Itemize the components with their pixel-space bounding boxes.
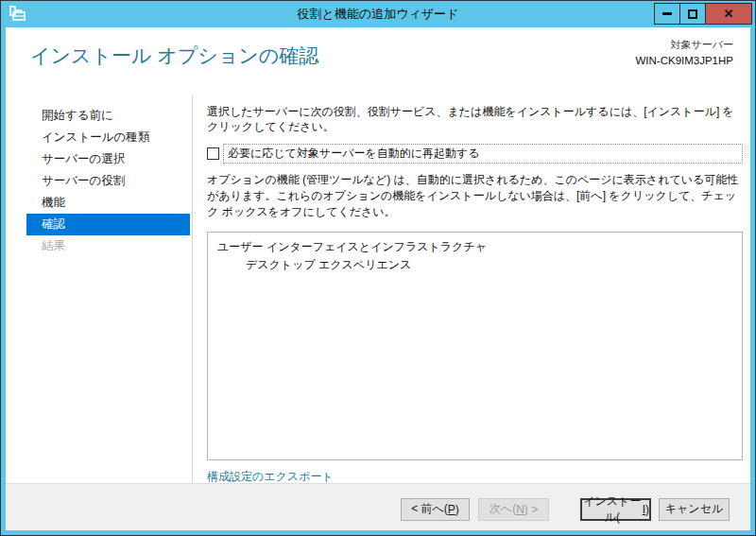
back-button-mnemonic: P bbox=[448, 503, 455, 516]
minimize-icon bbox=[662, 12, 672, 15]
next-button-label: 次へ( bbox=[490, 501, 516, 517]
next-button: 次へ(N) > bbox=[478, 498, 549, 521]
list-item: デスクトップ エクスペリエンス bbox=[217, 256, 732, 275]
optional-features-note: オプションの機能 (管理ツールなど) は、自動的に選択されるため、このページに表… bbox=[207, 172, 743, 219]
sidebar-item-features[interactable]: 機能 bbox=[26, 192, 190, 214]
install-button-label: インストール( bbox=[582, 493, 643, 526]
install-button[interactable]: インストール(I) bbox=[580, 498, 651, 521]
sidebar-item-installation-type[interactable]: インストールの種類 bbox=[26, 127, 190, 148]
list-item: ユーザー インターフェイスとインフラストラクチャ bbox=[217, 238, 732, 257]
titlebar[interactable]: 役割と機能の追加ウィザード ✕ bbox=[1, 1, 755, 26]
cancel-button-label: キャンセル bbox=[665, 501, 723, 517]
sidebar-item-results: 結果 bbox=[26, 235, 190, 257]
intro-text: 選択したサーバーに次の役割、役割サービス、または機能をインストールするには、[イ… bbox=[207, 105, 743, 134]
back-button-label: < 前へ( bbox=[411, 501, 448, 517]
server-manager-toolbox-icon[interactable] bbox=[9, 6, 26, 22]
page-title: インストール オプションの確認 bbox=[30, 43, 318, 69]
selected-features-listbox[interactable]: ユーザー インターフェイスとインフラストラクチャ デスクトップ エクスペリエンス bbox=[207, 232, 743, 460]
button-bar: < 前へ(P) 次へ(N) > インストール(I) キャンセル bbox=[6, 483, 750, 530]
maximize-icon bbox=[688, 9, 697, 19]
sidebar-item-confirmation[interactable]: 確認 bbox=[26, 214, 190, 235]
window-controls: ✕ bbox=[655, 3, 752, 25]
wizard-content: インストール オプションの確認 対象サーバー WIN-CK9IM3JP1HP 開… bbox=[6, 27, 750, 530]
sidebar-item-before-you-begin[interactable]: 開始する前に bbox=[26, 105, 190, 127]
sidebar-item-server-roles[interactable]: サーバーの役割 bbox=[26, 170, 190, 192]
target-server-name: WIN-CK9IM3JP1HP bbox=[635, 53, 733, 69]
target-server-block: 対象サーバー WIN-CK9IM3JP1HP bbox=[635, 38, 733, 69]
wizard-window: 役割と機能の追加ウィザード ✕ インストール オプションの確認 対象サーバー W… bbox=[0, 0, 756, 536]
confirmation-pane: 選択したサーバーに次の役割、役割サービス、または機能をインストールするには、[イ… bbox=[193, 95, 750, 483]
restart-checkbox-row: 必要に応じて対象サーバーを自動的に再起動する bbox=[207, 144, 743, 164]
maximize-button[interactable] bbox=[679, 3, 706, 25]
install-button-label-end: ) bbox=[645, 503, 649, 516]
page-header: インストール オプションの確認 対象サーバー WIN-CK9IM3JP1HP bbox=[6, 27, 750, 95]
next-button-label-end: ) > bbox=[524, 503, 538, 516]
back-button-label-end: ) bbox=[455, 503, 459, 516]
next-button-mnemonic: N bbox=[516, 503, 524, 516]
target-server-label: 対象サーバー bbox=[635, 38, 733, 53]
restart-checkbox[interactable] bbox=[207, 147, 219, 160]
back-button[interactable]: < 前へ(P) bbox=[401, 498, 470, 521]
minimize-button[interactable] bbox=[654, 3, 680, 25]
restart-checkbox-label[interactable]: 必要に応じて対象サーバーを自動的に再起動する bbox=[223, 144, 743, 164]
close-icon: ✕ bbox=[724, 8, 734, 20]
sidebar-item-server-selection[interactable]: サーバーの選択 bbox=[26, 148, 190, 170]
close-button[interactable]: ✕ bbox=[705, 3, 752, 25]
wizard-sidebar: 開始する前に インストールの種類 サーバーの選択 サーバーの役割 機能 確認 結… bbox=[6, 95, 193, 483]
cancel-button[interactable]: キャンセル bbox=[659, 498, 730, 521]
export-configuration-link[interactable]: 構成設定のエクスポート bbox=[207, 469, 743, 484]
window-title: 役割と機能の追加ウィザード bbox=[1, 1, 755, 26]
wizard-body: 開始する前に インストールの種類 サーバーの選択 サーバーの役割 機能 確認 結… bbox=[6, 95, 750, 483]
